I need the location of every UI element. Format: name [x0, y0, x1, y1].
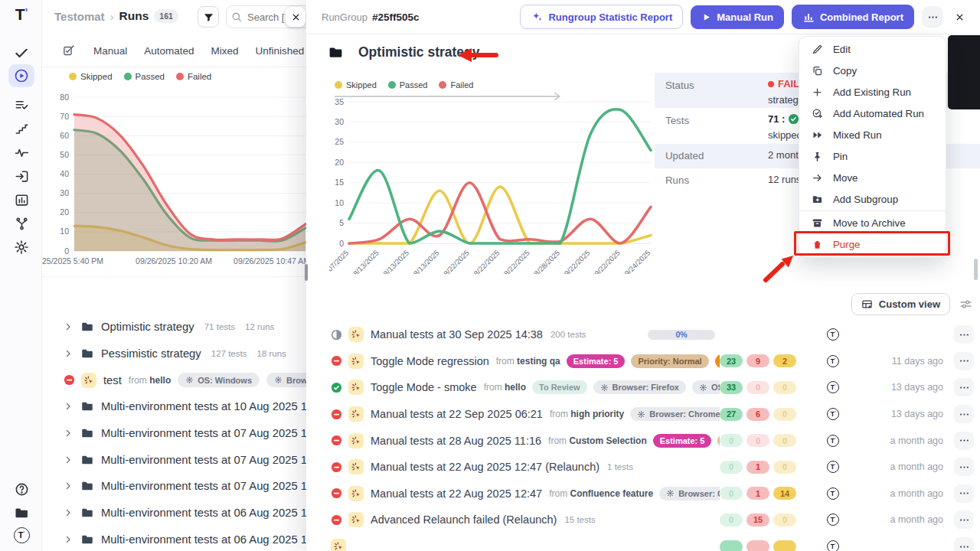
group-row[interactable]: Multi-environment tests at 07 Aug 2025 1…	[42, 446, 306, 473]
legend-passed[interactable]: Passed	[388, 80, 428, 90]
chevron-right-icon[interactable]	[64, 535, 73, 544]
group-row[interactable]: Multi-environment tests at 10 Aug 2025 1…	[42, 393, 306, 420]
legend-failed[interactable]: Failed	[176, 72, 211, 81]
group-row[interactable]: Pessimistic strategy 127 tests 18 runs	[42, 341, 306, 367]
breadcrumb-app[interactable]: Testomat	[54, 10, 105, 23]
legend-skipped[interactable]: Skipped	[69, 72, 113, 81]
run-title[interactable]: Manual tests at 28 Aug 2025 11:16	[371, 435, 541, 447]
run-title[interactable]: Toggle Mode - smoke	[371, 381, 477, 393]
run-title[interactable]: Manual tests at 22 Aug 2025 12:47 (Relau…	[371, 461, 599, 473]
tab-automated[interactable]: Automated	[144, 45, 194, 57]
run-row[interactable]: Manual tests at 22 Aug 2025 12:47 (Relau…	[306, 454, 980, 481]
custom-view-button[interactable]: Custom view	[851, 293, 950, 315]
sidebar-tasks-icon[interactable]	[13, 44, 30, 61]
sidebar-help-icon[interactable]	[13, 481, 30, 497]
run-row[interactable]: Toggle Mode - smoke from hello To Review…	[306, 374, 980, 401]
more-actions-button[interactable]	[922, 6, 943, 28]
sidebar-import-icon[interactable]	[13, 168, 30, 184]
chevron-right-icon[interactable]	[64, 508, 73, 517]
combined-report-button[interactable]: Combined Report	[792, 5, 914, 29]
sidebar-settings-icon[interactable]	[13, 239, 30, 256]
filters-slider-icon[interactable]	[959, 298, 972, 311]
testomat-avatar-icon: T'	[827, 408, 839, 420]
group-title: Pessimistic strategy	[101, 347, 201, 360]
panel-scrollbar[interactable]	[974, 259, 978, 280]
tab-manual[interactable]: Manual	[93, 45, 127, 57]
menu-item-purge[interactable]: Purge	[799, 233, 946, 255]
legend-failed[interactable]: Failed	[439, 80, 473, 90]
chevron-right-icon[interactable]	[64, 481, 73, 491]
run-row[interactable]: T'	[306, 533, 980, 551]
run-row[interactable]: test from hello OS: WindowsBrowser: Chro…	[42, 367, 306, 393]
menu-item-add-existing-run[interactable]: Add Existing Run	[799, 81, 946, 103]
sidebar-runs-icon[interactable]	[8, 64, 34, 87]
search-icon	[231, 11, 242, 22]
sidebar-reports-icon[interactable]	[13, 191, 30, 208]
menu-item-pin[interactable]: Pin	[799, 145, 946, 167]
close-panel-button[interactable]	[949, 7, 969, 27]
review-badge: To Review	[532, 380, 587, 394]
row-actions-button[interactable]	[954, 484, 974, 503]
run-row[interactable]: Manual tests at 22 Sep 2025 06:21 from h…	[306, 401, 980, 428]
run-title[interactable]: Manual tests at 30 Sep 2025 14:38	[371, 328, 543, 341]
skipped-count-pill: 0	[773, 514, 796, 527]
menu-item-add-subgroup[interactable]: Add Subgroup	[799, 188, 946, 210]
table-settings-icon	[861, 298, 873, 310]
sidebar-steps-icon[interactable]	[13, 120, 30, 137]
run-row[interactable]: Toggle Mode regression from testing qa E…	[306, 348, 980, 375]
menu-item-add-automated-run[interactable]: Add Automated Run	[799, 103, 946, 124]
run-title[interactable]: Toggle Mode regression	[371, 355, 489, 367]
chevron-right-icon[interactable]	[64, 429, 73, 438]
sidebar-analytics-icon[interactable]	[13, 144, 30, 161]
run-row[interactable]: Advanced Relaunch failed (Relaunch) 15 t…	[306, 507, 980, 533]
menu-item-mixed-run[interactable]: Mixed Run	[799, 124, 946, 145]
sidebar-projects-icon[interactable]	[13, 504, 30, 521]
rungroup-statistic-report-button[interactable]: Rungroup Statistic Report	[520, 5, 683, 29]
filter-button[interactable]	[198, 6, 219, 28]
row-actions-button[interactable]	[954, 537, 974, 551]
sidebar-checklist-icon[interactable]	[13, 96, 30, 113]
sidebar-profile-icon[interactable]: T'	[13, 527, 30, 543]
tab-unfinished[interactable]: Unfinished	[256, 45, 305, 57]
chevron-right-icon[interactable]	[64, 455, 73, 465]
run-plan-icon[interactable]	[62, 44, 75, 57]
clear-search-button[interactable]	[286, 7, 305, 27]
chevron-right-icon[interactable]	[64, 349, 73, 358]
run-row[interactable]: Manual tests at 22 Aug 2025 12:47 from C…	[306, 481, 980, 507]
legend-passed[interactable]: Passed	[124, 72, 165, 81]
menu-item-move-to-archive[interactable]: Move to Archive	[799, 212, 946, 233]
run-row[interactable]: Manual tests at 28 Aug 2025 11:16 from C…	[306, 427, 980, 454]
chevron-right-icon[interactable]	[64, 322, 73, 331]
rungroup-panel: RunGroup #25ff505c Rungroup Statistic Re…	[306, 0, 980, 551]
menu-item-edit[interactable]: Edit	[799, 38, 946, 60]
testomat-logo[interactable]: T'	[13, 6, 30, 23]
row-actions-button[interactable]	[954, 378, 974, 396]
legend-skipped[interactable]: Skipped	[335, 80, 377, 90]
menu-item-copy[interactable]: Copy	[799, 60, 946, 81]
row-actions-button[interactable]	[954, 432, 974, 450]
group-row[interactable]: Multi-environment tests at 06 Aug 2025 1…	[42, 500, 306, 527]
sidebar-branches-icon[interactable]	[13, 215, 30, 232]
group-row[interactable]: Optimistic strategy 71 tests 12 runs	[42, 314, 306, 341]
group-row[interactable]: Multi-environment tests at 06 Aug 2025 1…	[42, 527, 306, 551]
row-actions-button[interactable]	[954, 458, 974, 476]
tab-mixed[interactable]: Mixed	[211, 45, 239, 57]
svg-text:80: 80	[60, 93, 69, 102]
row-actions-button[interactable]	[954, 405, 974, 423]
group-tests-count: 71 tests	[204, 322, 235, 331]
manual-run-button[interactable]: Manual Run	[691, 5, 784, 29]
group-row[interactable]: Multi-environment tests at 07 Aug 2025 1…	[42, 473, 306, 500]
run-title[interactable]: Manual tests at 22 Sep 2025 06:21	[371, 408, 543, 420]
menu-item-move[interactable]: Move	[799, 167, 946, 188]
manual-run-icon	[348, 354, 364, 369]
run-title[interactable]: Manual tests at 22 Aug 2025 12:47	[371, 487, 542, 500]
group-title: Multi-environment tests at 07 Aug 2025 1…	[101, 454, 306, 466]
run-title[interactable]: Advanced Relaunch failed (Relaunch)	[371, 514, 557, 526]
row-actions-button[interactable]	[954, 352, 974, 370]
row-actions-button[interactable]	[954, 325, 974, 344]
group-row[interactable]: Multi-environment tests at 07 Aug 2025 1…	[42, 420, 306, 447]
run-row[interactable]: Manual tests at 30 Sep 2025 14:38 200 te…	[306, 321, 980, 348]
row-actions-button[interactable]	[954, 510, 974, 529]
chevron-right-icon[interactable]	[64, 402, 73, 411]
left-panel-scrollbar[interactable]	[305, 264, 308, 281]
